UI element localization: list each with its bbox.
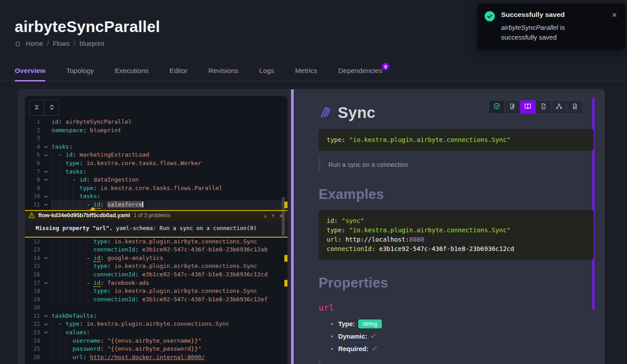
breadcrumb-flows[interactable]: Flows <box>53 40 70 47</box>
breadcrumb-home[interactable]: Home <box>26 40 43 47</box>
line-number: 19 <box>25 295 40 304</box>
code-token: "{{envs.airbyte_username}}" <box>107 337 201 344</box>
code-token: dataIngestion <box>93 176 139 183</box>
graph-icon <box>556 103 562 111</box>
fold-chevron-icon[interactable] <box>40 312 52 320</box>
code-token: : <box>69 143 73 150</box>
type-code-block: type: "io.kestra.plugin.airbyte.connecti… <box>319 129 594 151</box>
editor-line-8[interactable]: 8 - id: dataIngestion <box>25 176 287 184</box>
tab-executions[interactable]: Executions <box>115 67 149 81</box>
tab-overview[interactable]: Overview <box>15 67 45 81</box>
code-token: connectionId <box>93 246 135 253</box>
indent-guides <box>52 255 86 261</box>
code-token: : <box>107 238 114 245</box>
editor-line-1[interactable]: 1id: airbyteSyncParallel <box>25 118 287 126</box>
editor-line-11[interactable]: 11 - id: salesforce <box>25 201 287 209</box>
code-token: http://host.docker.internal:8000/ <box>90 354 205 360</box>
problems-peek-header: flow-kd34e0d95b7bff5cdb0ad.yaml1 of 3 pr… <box>25 211 287 220</box>
toast-close-icon[interactable]: ✕ <box>611 11 617 18</box>
editor-line-9[interactable]: 9 type: io.kestra.core.tasks.flows.Paral… <box>25 184 287 193</box>
editor-line-16[interactable]: 16 connectionId: e3b1ce92-547c-436f-b1e8… <box>25 271 287 279</box>
code-token: - <box>73 176 80 183</box>
editor-line-10[interactable]: 10 tasks: <box>25 192 287 201</box>
editor-line-12[interactable]: 12 type: io.kestra.plugin.airbyte.connec… <box>25 238 287 246</box>
check-circle-button[interactable] <box>489 101 505 113</box>
editor-line-14[interactable]: 14 - id: google-analytics <box>25 254 287 263</box>
editor-line-18[interactable]: 18 type: io.kestra.plugin.airbyte.connec… <box>25 287 287 295</box>
editor-line-13[interactable]: 13 connectionId: e3b1ce92-547c-436f-b1e8… <box>25 246 287 254</box>
tab-dependencies[interactable]: Dependencies0 <box>338 67 382 81</box>
editor-line-7[interactable]: 7 tasks: <box>25 168 287 176</box>
book-open-button[interactable] <box>520 101 536 113</box>
fold-chevron-icon[interactable] <box>40 176 52 184</box>
panel-resize-handle[interactable] <box>291 89 294 364</box>
fold-gutter <box>40 126 52 135</box>
editor-line-21[interactable]: 21taskDefaults: <box>25 312 287 320</box>
line-number: 22 <box>25 320 40 328</box>
breadcrumb-namespace[interactable]: blueprint <box>80 40 105 47</box>
fold-chevron-icon[interactable] <box>40 151 52 159</box>
editor-line-3[interactable]: 3 <box>25 134 287 143</box>
indent-guides <box>52 151 59 158</box>
tab-editor[interactable]: Editor <box>170 67 188 81</box>
editor-line-2[interactable]: 2namespace: blueprint <box>25 126 287 135</box>
editor-line-17[interactable]: 17 - id: facebook-ads <box>25 279 287 287</box>
overview-ruler[interactable] <box>281 96 287 364</box>
code-token: : <box>101 345 108 352</box>
line-number: 11 <box>25 201 40 209</box>
page-title: airbyteSyncParallel <box>15 18 160 36</box>
editor-line-23[interactable]: 23 values: <box>25 328 287 337</box>
fold-chevron-icon[interactable] <box>40 328 52 337</box>
code-area[interactable]: 1id: airbyteSyncParallel2namespace: blue… <box>25 118 287 361</box>
graph-button[interactable] <box>551 101 567 113</box>
code-token: : <box>73 151 80 158</box>
file-cog-button[interactable] <box>567 101 583 113</box>
editor-line-22[interactable]: 22 - type: io.kestra.plugin.airbyte.conn… <box>25 320 287 328</box>
editor-line-25[interactable]: 25 password: "{{envs.airbyte_password}}" <box>25 345 287 353</box>
tab-metrics[interactable]: Metrics <box>295 67 317 81</box>
indent-guides <box>52 238 93 245</box>
fold-gutter <box>40 271 52 279</box>
editor-line-19[interactable]: 19 connectionId: e3b1ce92-547c-436f-b1e8… <box>25 295 287 304</box>
code-line: id: "sync" <box>327 216 586 226</box>
code-token: : <box>80 160 87 166</box>
fold-chevron-icon[interactable] <box>40 143 52 151</box>
breadcrumb-separator: / <box>47 40 49 47</box>
fold-chevron-icon[interactable] <box>40 320 52 328</box>
editor-line-26[interactable]: 26 url: http://host.docker.internal:8000… <box>25 353 287 362</box>
yaml-editor[interactable]: 1id: airbyteSyncParallel2namespace: blue… <box>25 96 287 364</box>
line-number: 25 <box>25 345 40 353</box>
fold-chevron-icon[interactable] <box>40 168 52 176</box>
editor-line-4[interactable]: 4tasks: <box>25 143 287 151</box>
file-edit-button[interactable] <box>505 101 520 113</box>
editor-line-6[interactable]: 6 type: io.kestra.core.tasks.flows.Worke… <box>25 159 287 168</box>
editor-line-15[interactable]: 15 type: io.kestra.plugin.airbyte.connec… <box>25 262 287 271</box>
fold-chevron-icon[interactable] <box>40 279 52 287</box>
warning-marker <box>284 255 287 262</box>
editor-line-20[interactable]: 20 <box>25 303 287 312</box>
editor-line-5[interactable]: 5 - id: marketingExtractLoad <box>25 151 287 159</box>
previous-problem-icon[interactable]: ↑ <box>271 212 275 219</box>
tab-topology[interactable]: Topology <box>66 67 94 81</box>
problem-message[interactable]: Missing property "url". yaml-schema: Run… <box>25 220 287 237</box>
tab-logs[interactable]: Logs <box>259 67 275 81</box>
breadcrumb-separator: / <box>74 40 76 47</box>
indent-guides <box>52 168 65 175</box>
line-number: 4 <box>25 143 40 151</box>
flow-overview-card: 1id: airbyteSyncParallel2namespace: blue… <box>18 89 605 364</box>
file-button[interactable] <box>536 101 551 113</box>
tab-revisions[interactable]: Revisions <box>208 67 238 81</box>
fold-chevron-icon[interactable] <box>40 254 52 263</box>
code-token: : <box>107 263 114 269</box>
indent-guides <box>52 176 73 183</box>
code-token: connectionId <box>93 271 135 278</box>
home-icon[interactable] <box>15 40 21 47</box>
indent-guides <box>52 263 93 269</box>
collapse-all-button[interactable] <box>29 100 44 116</box>
fold-chevron-icon[interactable] <box>40 192 52 201</box>
code-token: namespace <box>52 127 83 133</box>
expand-all-button[interactable] <box>44 100 59 116</box>
fold-chevron-icon[interactable] <box>40 201 52 209</box>
next-problem-icon[interactable]: ↓ <box>264 212 267 219</box>
editor-line-24[interactable]: 24 username: "{{envs.airbyte_username}}" <box>25 337 287 345</box>
